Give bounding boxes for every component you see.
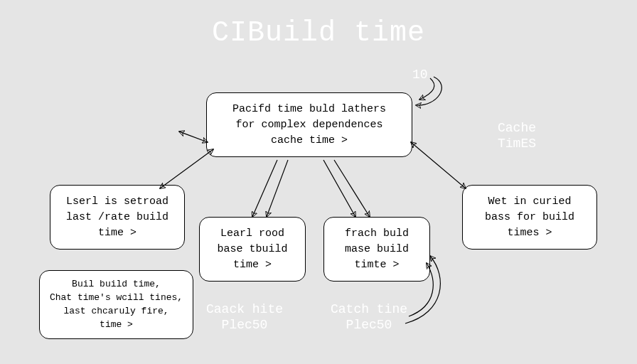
node-central-l1: Pacifd time buld lathers	[217, 102, 402, 117]
node-right: Wet in curied bass for build times >	[462, 185, 597, 250]
node-right-l3: times >	[473, 225, 587, 241]
node-left-upper-l2: last /rate build	[60, 210, 174, 225]
node-mid2-l2: mase build	[334, 242, 419, 257]
node-left-upper-l3: time >	[60, 225, 174, 241]
svg-line-3	[267, 160, 288, 217]
node-mid2: frach buld mase build timte >	[323, 217, 430, 282]
node-central: Pacifd time buld lathers for complex dep…	[206, 92, 412, 157]
node-left-lower-l2: Chat time's wcill tines,	[47, 291, 186, 305]
label-cache-times-1: Cache	[498, 121, 536, 135]
node-mid1: Learl rood base tbuild time >	[199, 217, 306, 282]
label-caack-1: Caack hite	[206, 302, 283, 316]
svg-line-4	[323, 160, 355, 217]
node-mid1-l1: Learl rood	[210, 226, 295, 242]
svg-line-6	[411, 142, 466, 188]
node-left-lower-l1: Buil build time,	[47, 278, 186, 291]
node-mid1-l3: time >	[210, 257, 295, 273]
node-left-lower-l3: last chcaruly fire,	[47, 305, 186, 318]
node-central-l3: cache time >	[217, 133, 402, 149]
node-right-l1: Wet in curied	[473, 194, 587, 210]
svg-line-2	[252, 160, 277, 217]
label-caack-2: Plec50	[222, 318, 268, 332]
svg-line-1	[179, 132, 208, 142]
node-mid2-l3: timte >	[334, 257, 419, 273]
annotation-number: 10	[412, 68, 428, 83]
svg-line-5	[334, 160, 370, 217]
label-cache-times-2: TimES	[498, 136, 536, 151]
node-mid2-l1: frach buld	[334, 226, 419, 242]
node-left-lower: Buil build time, Chat time's wcill tines…	[39, 270, 193, 339]
node-mid1-l2: base tbuild	[210, 242, 295, 257]
label-catch-2: Plec50	[346, 318, 392, 332]
node-left-lower-l4: time >	[47, 318, 186, 332]
node-left-upper-l1: Lserl is setroad	[60, 194, 174, 210]
label-catch-1: Catch tine	[331, 302, 407, 316]
svg-line-0	[160, 149, 213, 188]
node-central-l2: for complex dependences	[217, 117, 402, 133]
node-right-l2: bass for build	[473, 210, 587, 225]
page-title: CIBuild time	[0, 17, 637, 49]
node-left-upper: Lserl is setroad last /rate build time >	[50, 185, 185, 250]
